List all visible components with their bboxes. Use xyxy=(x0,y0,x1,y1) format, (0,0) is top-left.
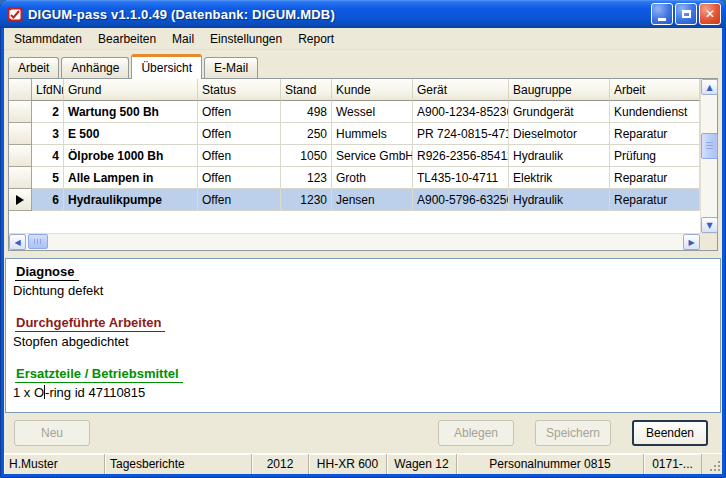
row-selector-header[interactable] xyxy=(9,79,32,101)
current-row-selector[interactable] xyxy=(9,189,32,211)
scroll-up-icon[interactable]: ▲ xyxy=(701,79,718,95)
menu-item-einstellungen[interactable]: Einstellungen xyxy=(202,29,290,49)
scroll-right-icon[interactable]: ▶ xyxy=(683,234,700,250)
row-selector[interactable] xyxy=(9,145,32,167)
column-header-geraet[interactable]: Gerät xyxy=(413,79,509,101)
cell-geraet[interactable]: TL435-10-4711 xyxy=(413,167,509,189)
menu-item-stammdaten[interactable]: Stammdaten xyxy=(6,29,90,49)
cell-baugruppe[interactable]: Hydraulik xyxy=(509,145,610,167)
horizontal-scroll-track[interactable] xyxy=(26,234,683,250)
vertical-scroll-thumb[interactable] xyxy=(701,133,718,159)
menu-item-mail[interactable]: Mail xyxy=(164,29,202,49)
menu-item-bearbeiten[interactable]: Bearbeiten xyxy=(90,29,164,49)
status-panel-user: H.Muster xyxy=(4,454,105,474)
speichern-button[interactable]: Speichern xyxy=(535,420,611,446)
row-selector[interactable] xyxy=(9,167,32,189)
minimize-button[interactable] xyxy=(651,3,673,25)
cell-lfdnr[interactable]: 4 xyxy=(32,145,64,167)
scroll-left-icon[interactable]: ◀ xyxy=(9,234,26,250)
cell-arbeit[interactable]: Reparatur xyxy=(610,123,700,145)
maximize-button[interactable] xyxy=(675,3,697,25)
grid-panel: LfdNr Grund Status Stand Kunde Gerät Bau… xyxy=(8,78,718,251)
row-selector[interactable] xyxy=(9,101,32,123)
statusbar: H.Muster Tagesberichte 2012 HH-XR 600 Wa… xyxy=(4,453,722,474)
cell-geraet[interactable]: PR 724-0815-4711 xyxy=(413,123,509,145)
column-header-grund[interactable]: Grund xyxy=(64,79,198,101)
neu-button[interactable]: Neu xyxy=(14,420,90,446)
cell-stand[interactable]: 1230 xyxy=(281,189,332,211)
durchgefuehrte-arbeiten-text: Stopfen abgedichtet xyxy=(13,334,714,349)
cell-geraet[interactable]: R926-2356-85412 xyxy=(413,145,509,167)
close-button[interactable]: ✕ xyxy=(699,3,721,25)
cell-kunde[interactable]: Jensen xyxy=(332,189,413,211)
cell-status[interactable]: Offen xyxy=(198,101,281,123)
beenden-button[interactable]: Beenden xyxy=(632,420,708,446)
column-header-baugruppe[interactable]: Baugruppe xyxy=(509,79,610,101)
cell-arbeit[interactable]: Kundendienst xyxy=(610,101,700,123)
cell-baugruppe[interactable]: Elektrik xyxy=(509,167,610,189)
scroll-down-icon[interactable]: ▼ xyxy=(701,217,718,233)
status-panel-wagen: Wagen 12 xyxy=(387,454,457,474)
tab-anhaenge[interactable]: Anhänge xyxy=(61,57,129,78)
cell-arbeit[interactable]: Reparatur xyxy=(610,167,700,189)
cell-status[interactable]: Offen xyxy=(198,167,281,189)
tab-email[interactable]: E-Mail xyxy=(204,57,258,78)
cell-grund[interactable]: Wartung 500 Bh xyxy=(64,101,198,123)
column-header-lfdnr[interactable]: LfdNr xyxy=(32,79,64,101)
cell-status[interactable]: Offen xyxy=(198,123,281,145)
cell-grund[interactable]: E 500 xyxy=(64,123,198,145)
diagnose-text: Dichtung defekt xyxy=(13,283,714,298)
ersatzteile-heading: Ersatzteile / Betriebsmittel xyxy=(15,366,183,383)
cell-stand[interactable]: 123 xyxy=(281,167,332,189)
grid-area: LfdNr Grund Status Stand Kunde Gerät Bau… xyxy=(9,79,700,233)
cell-stand[interactable]: 1050 xyxy=(281,145,332,167)
status-panel-year: 2012 xyxy=(252,454,309,474)
cell-arbeit[interactable]: Prüfung xyxy=(610,145,700,167)
resize-grip-icon[interactable] xyxy=(702,454,722,474)
status-panel-vehicle-id: HH-XR 600 xyxy=(309,454,387,474)
cell-kunde[interactable]: Hummels xyxy=(332,123,413,145)
window-controls: ✕ xyxy=(651,3,721,25)
cell-geraet[interactable]: A900-5796-63256 xyxy=(413,189,509,211)
cell-grund[interactable]: Hydraulikpumpe xyxy=(64,189,198,211)
cell-kunde[interactable]: Service GmbH xyxy=(332,145,413,167)
cell-grund[interactable]: Alle Lampen in xyxy=(64,167,198,189)
cell-status[interactable]: Offen xyxy=(198,145,281,167)
ablegen-button[interactable]: Ablegen xyxy=(438,420,514,446)
button-row: Neu Ablegen Speichern Beenden xyxy=(4,419,722,447)
tab-arbeit[interactable]: Arbeit xyxy=(8,57,59,78)
client-area: Stammdaten Bearbeiten Mail Einstellungen… xyxy=(4,28,722,474)
app-icon xyxy=(7,6,24,23)
column-header-status[interactable]: Status xyxy=(198,79,281,101)
cell-lfdnr[interactable]: 3 xyxy=(32,123,64,145)
current-row-arrow-icon xyxy=(16,195,24,205)
cell-stand[interactable]: 250 xyxy=(281,123,332,145)
cell-baugruppe[interactable]: Grundgerät xyxy=(509,101,610,123)
column-header-arbeit[interactable]: Arbeit xyxy=(610,79,700,101)
diagnose-heading: Diagnose xyxy=(15,264,79,281)
tab-uebersicht[interactable]: Übersicht xyxy=(131,54,202,79)
window-title: DIGUM-pass v1.1.0.49 (Datenbank: DIGUM.M… xyxy=(28,7,651,22)
vertical-scroll-track[interactable] xyxy=(701,95,717,217)
column-header-kunde[interactable]: Kunde xyxy=(332,79,413,101)
vertical-scrollbar[interactable]: ▲ ▼ xyxy=(700,79,717,233)
cell-lfdnr[interactable]: 6 xyxy=(32,189,64,211)
cell-kunde[interactable]: Wessel xyxy=(332,101,413,123)
row-selector[interactable] xyxy=(9,123,32,145)
cell-arbeit[interactable]: Reparatur xyxy=(610,189,700,211)
cell-status[interactable]: Offen xyxy=(198,189,281,211)
horizontal-scrollbar[interactable]: ◀ ▶ xyxy=(9,233,717,250)
cell-stand[interactable]: 498 xyxy=(281,101,332,123)
titlebar[interactable]: DIGUM-pass v1.1.0.49 (Datenbank: DIGUM.M… xyxy=(0,0,726,28)
cell-kunde[interactable]: Groth xyxy=(332,167,413,189)
cell-lfdnr[interactable]: 2 xyxy=(32,101,64,123)
cell-baugruppe[interactable]: Dieselmotor xyxy=(509,123,610,145)
column-header-stand[interactable]: Stand xyxy=(281,79,332,101)
horizontal-scroll-thumb[interactable] xyxy=(28,234,48,249)
cell-grund[interactable]: Ölprobe 1000 Bh xyxy=(64,145,198,167)
cell-baugruppe[interactable]: Hydraulik xyxy=(509,189,610,211)
cell-lfdnr[interactable]: 5 xyxy=(32,167,64,189)
cell-geraet[interactable]: A900-1234-85236 xyxy=(413,101,509,123)
details-editor[interactable]: Diagnose Dichtung defekt Durchgeführte A… xyxy=(5,258,721,413)
menu-item-report[interactable]: Report xyxy=(290,29,342,49)
